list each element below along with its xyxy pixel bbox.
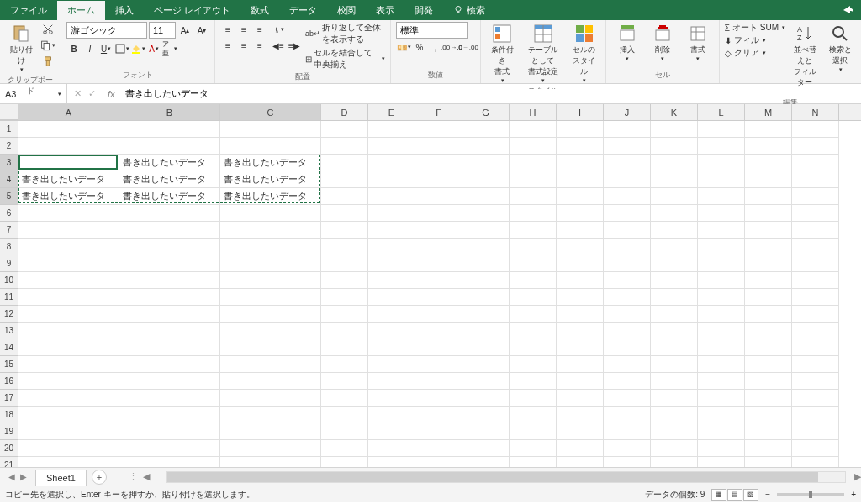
row-header[interactable]: 12 <box>0 306 18 323</box>
col-header[interactable]: N <box>792 104 839 120</box>
cell[interactable] <box>462 407 510 423</box>
cell[interactable] <box>745 457 792 467</box>
cell[interactable] <box>557 171 604 188</box>
shrink-font-button[interactable]: A▾ <box>194 23 209 38</box>
cell[interactable] <box>220 407 321 423</box>
cell[interactable] <box>415 222 462 239</box>
cell[interactable] <box>557 255 604 272</box>
cell[interactable] <box>415 155 462 171</box>
cell[interactable] <box>698 121 745 138</box>
cell[interactable] <box>415 423 462 440</box>
col-header[interactable]: C <box>220 104 321 120</box>
cell[interactable] <box>792 171 839 188</box>
cell[interactable] <box>745 440 792 457</box>
cell[interactable] <box>745 289 792 306</box>
cell[interactable] <box>462 306 510 323</box>
tab-home[interactable]: ホーム <box>57 1 105 20</box>
cell[interactable] <box>415 138 462 155</box>
cell[interactable] <box>557 306 604 323</box>
cell[interactable] <box>510 440 557 457</box>
cell[interactable] <box>651 155 698 171</box>
cell[interactable] <box>321 222 368 239</box>
cell[interactable] <box>119 121 220 138</box>
cell[interactable] <box>415 356 462 373</box>
autosum-button[interactable]: Σオート SUM▾ <box>725 22 785 34</box>
cell[interactable] <box>462 138 510 155</box>
cell[interactable] <box>745 205 792 222</box>
cell[interactable] <box>368 171 415 188</box>
cell[interactable] <box>18 306 119 323</box>
cell[interactable] <box>745 356 792 373</box>
cell[interactable] <box>651 423 698 440</box>
tab-view[interactable]: 表示 <box>366 1 404 20</box>
cell[interactable] <box>604 440 651 457</box>
cell[interactable] <box>220 205 321 222</box>
font-name-select[interactable] <box>66 22 147 39</box>
cell[interactable]: 書き出したいデータ <box>119 155 220 171</box>
cell[interactable] <box>698 440 745 457</box>
cell[interactable] <box>119 423 220 440</box>
cell[interactable] <box>510 289 557 306</box>
cell[interactable] <box>510 272 557 289</box>
col-header[interactable]: F <box>415 104 462 120</box>
cell[interactable] <box>604 155 651 171</box>
col-header[interactable]: D <box>321 104 368 120</box>
cell[interactable]: 書き出したいデータ <box>18 188 119 205</box>
cell[interactable] <box>415 440 462 457</box>
cell[interactable]: 書き出したいデータ <box>18 171 119 188</box>
view-page-layout-button[interactable]: ▤ <box>727 489 742 501</box>
cell[interactable] <box>18 339 119 356</box>
cell[interactable] <box>557 239 604 255</box>
tab-review[interactable]: 校閲 <box>327 1 366 20</box>
cell[interactable] <box>745 138 792 155</box>
percent-button[interactable]: % <box>412 39 427 55</box>
row-header[interactable]: 3 <box>0 155 18 171</box>
cell[interactable] <box>368 356 415 373</box>
cell[interactable] <box>510 138 557 155</box>
accounting-button[interactable]: 💴▾ <box>396 39 411 55</box>
cell[interactable] <box>321 323 368 339</box>
tab-formulas[interactable]: 数式 <box>240 1 279 20</box>
cell[interactable] <box>651 440 698 457</box>
cell[interactable] <box>510 121 557 138</box>
cell[interactable] <box>792 306 839 323</box>
cell[interactable] <box>604 188 651 205</box>
increase-indent-button[interactable]: ≡▶ <box>287 38 302 53</box>
cell[interactable] <box>18 205 119 222</box>
cell[interactable] <box>651 373 698 390</box>
cell[interactable] <box>18 457 119 467</box>
row-header[interactable]: 9 <box>0 255 18 272</box>
cell[interactable] <box>557 457 604 467</box>
cell[interactable] <box>415 390 462 407</box>
cell[interactable] <box>745 255 792 272</box>
row-header[interactable]: 8 <box>0 239 18 255</box>
cell[interactable] <box>604 390 651 407</box>
cell[interactable] <box>321 138 368 155</box>
cell[interactable] <box>651 457 698 467</box>
row-header[interactable]: 11 <box>0 289 18 306</box>
cell[interactable] <box>462 222 510 239</box>
cell[interactable] <box>368 121 415 138</box>
cell[interactable] <box>220 323 321 339</box>
cell[interactable] <box>119 356 220 373</box>
cell[interactable] <box>415 272 462 289</box>
cell[interactable] <box>462 457 510 467</box>
cell[interactable] <box>321 339 368 356</box>
cell[interactable] <box>510 205 557 222</box>
cell[interactable] <box>651 188 698 205</box>
cell[interactable] <box>745 423 792 440</box>
cell[interactable] <box>18 121 119 138</box>
cell[interactable] <box>557 423 604 440</box>
cell[interactable]: 書き出したいデータ <box>220 155 321 171</box>
cell[interactable] <box>510 339 557 356</box>
cell[interactable] <box>462 188 510 205</box>
cell[interactable] <box>119 255 220 272</box>
cell[interactable] <box>604 356 651 373</box>
row-header[interactable]: 5 <box>0 188 18 205</box>
cell[interactable] <box>368 255 415 272</box>
cell[interactable] <box>368 289 415 306</box>
cell[interactable] <box>18 255 119 272</box>
cell[interactable] <box>510 323 557 339</box>
row-header[interactable]: 13 <box>0 323 18 339</box>
sort-filter-button[interactable]: AZ 並べ替えと フィルター▾ <box>789 22 821 97</box>
